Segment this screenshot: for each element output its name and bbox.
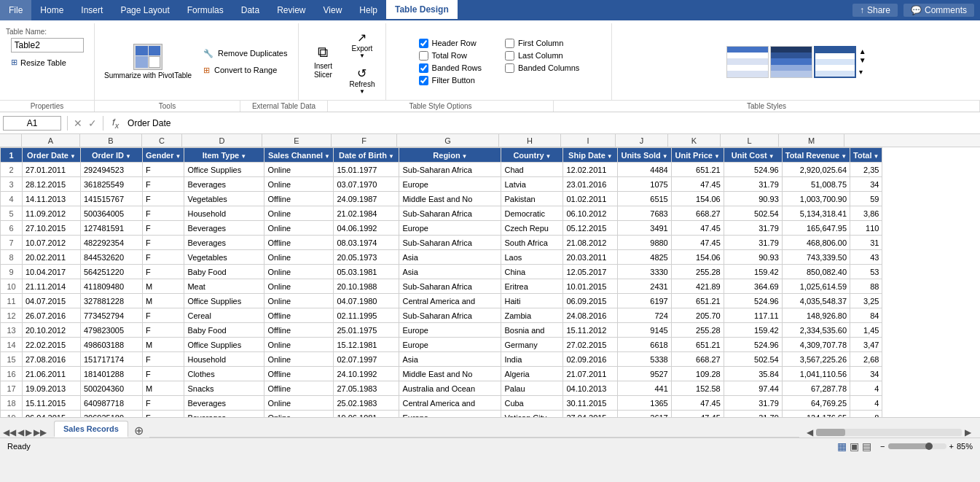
table-cell[interactable]: Latvia	[501, 177, 563, 192]
table-cell[interactable]: 844532620	[81, 250, 143, 265]
table-cell[interactable]: 154.06	[671, 250, 724, 265]
table-cell[interactable]: M	[143, 338, 184, 352]
table-header-gender[interactable]: Gender▼	[143, 148, 184, 163]
table-cell[interactable]: 19.06.1981	[334, 411, 399, 418]
table-cell[interactable]: Online	[264, 396, 334, 411]
table-header-region[interactable]: Region▼	[399, 148, 501, 163]
table-cell[interactable]: 327881228	[81, 294, 143, 308]
table-cell[interactable]: Sub-Saharan Africa	[399, 279, 501, 294]
last-column-checkbox[interactable]	[505, 51, 514, 61]
table-cell[interactable]: 4,309,707.78	[782, 338, 850, 352]
table-cell[interactable]: Snacks	[184, 381, 264, 396]
table-cell[interactable]: 498603188	[81, 338, 143, 352]
table-cell[interactable]: Offline	[264, 308, 334, 323]
table-cell[interactable]: F	[143, 308, 184, 323]
table-cell[interactable]: F	[143, 367, 184, 381]
table-cell[interactable]: 4825	[618, 250, 671, 265]
table-cell[interactable]: 2,334,535.60	[782, 323, 850, 338]
table-cell[interactable]: 01.02.2011	[563, 192, 618, 206]
table-cell[interactable]: 1,003,700.90	[782, 192, 850, 206]
table-cell[interactable]: F	[143, 221, 184, 236]
table-cell[interactable]: 640987718	[81, 396, 143, 411]
table-cell[interactable]: 4	[850, 396, 882, 411]
table-cell[interactable]: Sub-Saharan Africa	[399, 206, 501, 221]
table-cell[interactable]: Offline	[264, 381, 334, 396]
col-header-f[interactable]: F	[332, 134, 397, 147]
table-cell[interactable]: 1075	[618, 177, 671, 192]
table-cell[interactable]: 482292354	[81, 236, 143, 250]
table-cell[interactable]: Beverages	[184, 411, 264, 418]
table-cell[interactable]: 31.79	[724, 177, 782, 192]
table-cell[interactable]: 1365	[618, 396, 671, 411]
table-cell[interactable]: F	[143, 177, 184, 192]
table-cell[interactable]: 67,287.78	[782, 381, 850, 396]
table-cell[interactable]: Europe	[399, 177, 501, 192]
table-cell[interactable]: 2617	[618, 411, 671, 418]
table-cell[interactable]: 524.96	[724, 294, 782, 308]
table-cell[interactable]: 05.03.1981	[334, 265, 399, 279]
menu-home[interactable]: Home	[31, 0, 72, 20]
table-cell[interactable]: 524.96	[724, 338, 782, 352]
table-cell[interactable]: 02.07.1997	[334, 352, 399, 367]
header-dropdown-arrow[interactable]: ▼	[662, 153, 668, 160]
header-dropdown-arrow[interactable]: ▼	[841, 153, 847, 160]
table-cell[interactable]: 773452794	[81, 308, 143, 323]
col-header-j[interactable]: J	[616, 134, 668, 147]
table-cell[interactable]: 6618	[618, 338, 671, 352]
table-cell[interactable]: 31.79	[724, 396, 782, 411]
table-cell[interactable]: 22.02.2015	[23, 338, 81, 352]
col-header-h[interactable]: H	[499, 134, 561, 147]
table-cell[interactable]: 651.21	[671, 338, 724, 352]
table-cell[interactable]: 159.42	[724, 323, 782, 338]
table-cell[interactable]: Online	[264, 411, 334, 418]
table-cell[interactable]: Asia	[399, 352, 501, 367]
table-name-input[interactable]	[11, 38, 84, 53]
table-cell[interactable]: 21.07.2011	[563, 367, 618, 381]
table-cell[interactable]: 441	[618, 381, 671, 396]
table-cell[interactable]: Laos	[501, 250, 563, 265]
table-cell[interactable]: 850,082.40	[782, 265, 850, 279]
table-cell[interactable]: 31.79	[724, 221, 782, 236]
table-cell[interactable]: 97.44	[724, 381, 782, 396]
table-cell[interactable]: India	[501, 352, 563, 367]
resize-table-button[interactable]: ⊞ Resize Table	[6, 55, 88, 69]
table-cell[interactable]: 152.58	[671, 381, 724, 396]
table-cell[interactable]: 26.07.2016	[23, 308, 81, 323]
table-cell[interactable]: Cereal	[184, 308, 264, 323]
table-cell[interactable]: 23.01.2016	[563, 177, 618, 192]
table-cell[interactable]: 4	[850, 381, 882, 396]
table-cell[interactable]: 3,47	[850, 338, 882, 352]
table-cell[interactable]: 724	[618, 308, 671, 323]
table-cell[interactable]: Eritrea	[501, 279, 563, 294]
table-cell[interactable]: 04.07.2015	[23, 294, 81, 308]
table-cell[interactable]: Online	[264, 177, 334, 192]
banded-columns-checkbox-label[interactable]: Banded Columns	[505, 63, 579, 73]
table-cell[interactable]: 27.04.2015	[563, 411, 618, 418]
table-cell[interactable]: 21.02.1984	[334, 206, 399, 221]
table-cell[interactable]: Online	[264, 279, 334, 294]
header-dropdown-arrow[interactable]: ▼	[874, 153, 879, 160]
table-cell[interactable]: 30.11.2015	[563, 396, 618, 411]
header-dropdown-arrow[interactable]: ▼	[324, 153, 330, 160]
table-cell[interactable]: Algeria	[501, 367, 563, 381]
table-cell[interactable]: 151717174	[81, 352, 143, 367]
table-cell[interactable]: 06.09.2015	[563, 294, 618, 308]
first-column-checkbox[interactable]	[505, 39, 514, 48]
table-cell[interactable]: Offline	[264, 367, 334, 381]
table-cell[interactable]: Office Supplies	[184, 163, 264, 177]
table-cell[interactable]: 47.45	[671, 411, 724, 418]
table-cell[interactable]: Beverages	[184, 221, 264, 236]
zoom-slider[interactable]	[888, 443, 946, 449]
table-cell[interactable]: F	[143, 236, 184, 250]
table-cell[interactable]: Vegetables	[184, 250, 264, 265]
table-cell[interactable]: 03.07.1970	[334, 177, 399, 192]
table-cell[interactable]: 27.10.2015	[23, 221, 81, 236]
table-cell[interactable]: 6515	[618, 192, 671, 206]
table-cell[interactable]: 27.02.2015	[563, 338, 618, 352]
horizontal-scrollbar[interactable]	[816, 429, 962, 436]
table-cell[interactable]: 06.04.2015	[23, 411, 81, 418]
menu-review[interactable]: Review	[268, 0, 314, 20]
insert-slicer-button[interactable]: ⧉ InsertSlicer	[305, 36, 341, 88]
table-cell[interactable]: 15.01.1977	[334, 163, 399, 177]
table-cell[interactable]: Baby Food	[184, 265, 264, 279]
